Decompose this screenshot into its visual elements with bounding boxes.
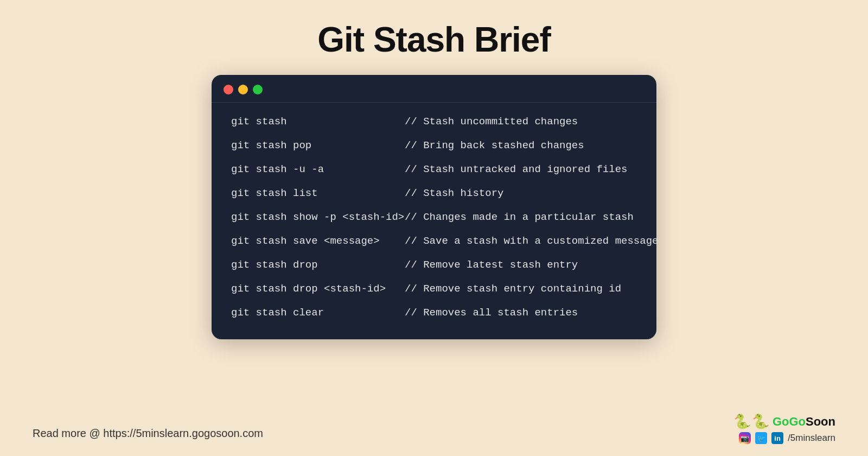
page-title: Git Stash Brief <box>317 20 551 60</box>
command-comment: // Remove latest stash entry <box>405 259 578 271</box>
terminal-body: git stash // Stash uncommitted changesgi… <box>212 105 656 324</box>
brand-label: GoGoSoon <box>773 415 835 429</box>
command-row: git stash show -p <stash-id> // Changes … <box>231 206 637 229</box>
command-comment: // Bring back stashed changes <box>405 140 584 151</box>
social-line: 📷 🐦 in /5minslearn <box>739 432 835 444</box>
snake-icon-2: 🐍 <box>752 413 769 430</box>
linkedin-icon[interactable]: in <box>771 432 783 444</box>
brand-green: GoGo <box>773 415 806 428</box>
command-text: git stash drop <stash-id> <box>231 283 405 295</box>
social-handle: /5minslearn <box>788 433 835 444</box>
command-text: git stash show -p <stash-id> <box>231 211 405 223</box>
command-text: git stash clear <box>231 307 405 319</box>
close-button-dot[interactable] <box>224 85 233 94</box>
command-comment: // Stash uncommitted changes <box>405 116 578 128</box>
brand-name: 🐍 🐍 GoGoSoon <box>733 413 835 430</box>
twitter-icon[interactable]: 🐦 <box>755 432 767 444</box>
command-row: git stash pop // Bring back stashed chan… <box>231 134 637 157</box>
command-row: git stash drop // Remove latest stash en… <box>231 254 637 276</box>
brand-logo: 🐍 🐍 <box>733 413 769 430</box>
footer-left: Read more @ https://5minslearn.gogosoon.… <box>33 427 263 440</box>
command-comment: // Stash untracked and ignored files <box>405 163 627 175</box>
maximize-button-dot[interactable] <box>253 85 263 94</box>
command-text: git stash pop <box>231 140 405 151</box>
command-comment: // Stash history <box>405 187 503 199</box>
terminal-window: git stash // Stash uncommitted changesgi… <box>212 75 656 339</box>
command-comment: // Changes made in a particular stash <box>405 211 634 223</box>
footer-right: 🐍 🐍 GoGoSoon 📷 🐦 in /5minslearn <box>733 413 835 444</box>
command-comment: // Save a stash with a customized messag… <box>405 235 658 247</box>
snake-icon-1: 🐍 <box>733 413 751 430</box>
command-row: git stash clear // Removes all stash ent… <box>231 301 637 324</box>
command-text: git stash list <box>231 187 405 199</box>
command-text: git stash -u -a <box>231 163 405 175</box>
brand-dark: Soon <box>806 415 835 428</box>
minimize-button-dot[interactable] <box>238 85 248 94</box>
command-comment: // Removes all stash entries <box>405 307 578 319</box>
command-row: git stash drop <stash-id> // Remove stas… <box>231 277 637 300</box>
command-row: git stash -u -a // Stash untracked and i… <box>231 158 637 181</box>
command-comment: // Remove stash entry containing id <box>405 283 621 295</box>
command-text: git stash <box>231 116 405 128</box>
command-text: git stash drop <box>231 259 405 271</box>
instagram-icon[interactable]: 📷 <box>739 432 751 444</box>
terminal-header <box>212 75 656 103</box>
command-row: git stash // Stash uncommitted changes <box>231 110 637 133</box>
footer-link: Read more @ https://5minslearn.gogosoon.… <box>33 427 263 439</box>
command-text: git stash save <message> <box>231 235 405 247</box>
command-row: git stash save <message> // Save a stash… <box>231 230 637 252</box>
command-row: git stash list // Stash history <box>231 182 637 205</box>
